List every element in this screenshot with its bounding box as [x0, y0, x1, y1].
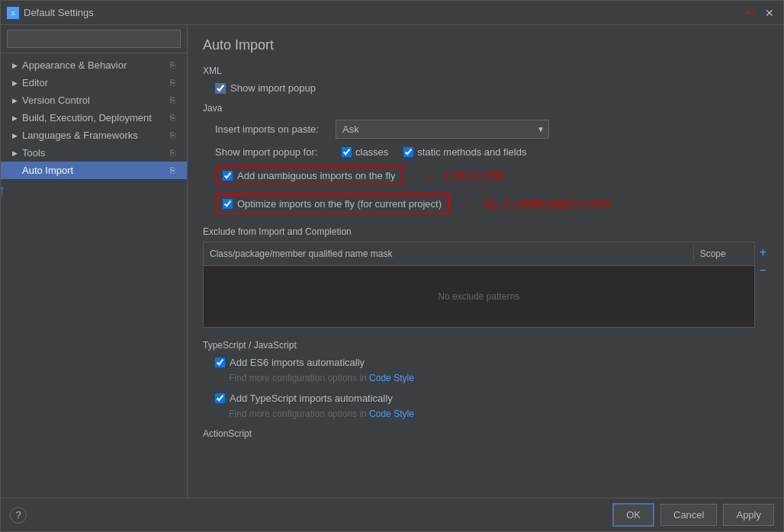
svg-text:S: S: [11, 10, 14, 17]
titlebar: S Default Settings ← ✕: [1, 1, 783, 25]
sidebar-item-label: Editor: [22, 77, 167, 88]
tree-expand-icon: ▶: [10, 96, 19, 105]
sidebar-item-editor[interactable]: ▶ Editor ⎘: [1, 74, 187, 91]
ok-button[interactable]: OK: [612, 503, 654, 527]
apply-button[interactable]: Apply: [723, 504, 774, 526]
tree-expand-icon: ▶: [10, 79, 19, 88]
copy-icon: ⎘: [170, 165, 181, 176]
add-unambiguous-row: Add unambiguous imports on the fly: [215, 165, 403, 186]
table-body: No exclude patterns: [204, 266, 754, 327]
search-input[interactable]: [7, 30, 181, 48]
section-title: Auto Import: [203, 37, 768, 53]
exclude-label: Exclude from Import and Completion: [203, 226, 768, 237]
copy-icon: ⎘: [170, 130, 181, 141]
insert-imports-row: Insert imports on paste: Ask Always Neve…: [203, 120, 768, 139]
copy-icon: ⎘: [170, 113, 181, 123]
copy-icon: ⎘: [170, 78, 181, 88]
cancel-button[interactable]: Cancel: [660, 504, 717, 526]
sidebar-tree: ▶ Appearance & Behavior ⎘ ▶ Editor ⎘ ▶ V…: [1, 53, 187, 498]
table-header: Class/package/member qualified name mask…: [204, 242, 754, 266]
typescript-label: TypeScript / JavaScript: [203, 340, 768, 351]
sidebar-item-tools[interactable]: ▶ Tools ⎘: [1, 144, 187, 162]
classes-label: classes: [355, 146, 388, 158]
es6-note: Find more configuration options in Code …: [203, 373, 768, 383]
table-wrapper: Class/package/member qualified name mask…: [203, 242, 768, 328]
annotation-text-1: 自动导入依赖: [444, 169, 503, 183]
xml-show-popup-checkbox[interactable]: [215, 83, 226, 94]
sidebar-item-label: Version Control: [22, 95, 167, 106]
show-popup-label: Show import popup for:: [215, 146, 329, 158]
select-wrapper: Ask Always Never ▼: [336, 120, 549, 139]
xml-label: XML: [203, 66, 768, 76]
tree-expand-icon: ▶: [10, 114, 19, 123]
es6-code-style-link[interactable]: Code Style: [369, 373, 414, 383]
sidebar-item-label: Languages & Frameworks: [22, 130, 167, 141]
exclude-section: Exclude from Import and Completion Class…: [203, 226, 768, 328]
es6-imports-checkbox[interactable]: [215, 357, 225, 367]
sidebar: ▶ Appearance & Behavior ⎘ ▶ Editor ⎘ ▶ V…: [1, 25, 188, 498]
classes-checkbox-item: classes: [342, 146, 388, 158]
sidebar-item-label: Appearance & Behavior: [22, 59, 167, 71]
optimize-imports-checkbox[interactable]: [223, 199, 233, 209]
tree-expand-icon: ▶: [10, 131, 19, 140]
add-unambiguous-checkbox[interactable]: [223, 171, 233, 181]
table-col-name: Class/package/member qualified name mask: [204, 245, 693, 262]
content-area: Auto Import XML Show import popup Java I…: [188, 25, 783, 498]
es6-imports-label: Add ES6 imports automatically: [230, 357, 365, 368]
typescript-imports-row: Add TypeScript imports automatically: [203, 393, 768, 404]
window-title: Default Settings: [24, 7, 736, 18]
sidebar-item-label: Auto Import: [22, 165, 167, 176]
tree-expand-icon: ▶: [10, 149, 19, 158]
sidebar-item-appearance[interactable]: ▶ Appearance & Behavior ⎘: [1, 56, 187, 74]
static-methods-checkbox[interactable]: [403, 147, 413, 157]
no-patterns-text: No exclude patterns: [438, 291, 519, 302]
optimize-imports-row: Optimize imports on the fly (for current…: [215, 194, 449, 214]
window-icon: S: [7, 7, 19, 19]
main-content: ▶ Appearance & Behavior ⎘ ▶ Editor ⎘ ▶ V…: [1, 25, 783, 498]
xml-show-popup-label: Show import popup: [230, 82, 316, 94]
add-pattern-button[interactable]: +: [758, 245, 768, 260]
arrow-indicator: ←: [744, 5, 757, 21]
es6-imports-row: Add ES6 imports automatically: [203, 357, 768, 368]
annotation-text-2: 优化导入和智能删除无关依赖: [482, 197, 611, 211]
typescript-imports-checkbox[interactable]: [215, 393, 225, 403]
table-col-scope: Scope: [693, 245, 754, 262]
close-button[interactable]: ✕: [762, 5, 777, 21]
static-methods-label: static methods and fields: [417, 146, 526, 158]
optimize-imports-label: Optimize imports on the fly (for current…: [237, 198, 442, 210]
typescript-section: TypeScript / JavaScript Add ES6 imports …: [203, 340, 768, 439]
annotation-2: ← 优化导入和智能删除无关依赖: [462, 195, 611, 213]
remove-pattern-button[interactable]: −: [758, 263, 768, 278]
checkbox-group: classes static methods and fields: [342, 146, 526, 158]
ts-code-style-link[interactable]: Code Style: [369, 409, 414, 419]
add-unambiguous-label: Add unambiguous imports on the fly: [237, 170, 395, 181]
actionscript-label: ActionScript: [203, 428, 768, 439]
table-side-actions: + −: [758, 242, 768, 328]
sidebar-item-version-control[interactable]: ▶ Version Control ⎘: [1, 91, 187, 109]
footer-left: ?: [10, 507, 27, 524]
up-arrow-indicator: ↑: [1, 181, 6, 200]
xml-show-popup-row: Show import popup: [203, 82, 768, 94]
sidebar-item-build[interactable]: ▶ Build, Execution, Deployment ⎘: [1, 109, 187, 127]
sidebar-item-auto-import[interactable]: Auto Import ⎘ ↑: [1, 162, 187, 179]
classes-checkbox[interactable]: [342, 147, 352, 157]
typescript-imports-label: Add TypeScript imports automatically: [230, 393, 393, 404]
optimize-imports-wrapper: Optimize imports on the fly (for current…: [203, 194, 768, 214]
insert-imports-label: Insert imports on paste:: [215, 123, 329, 135]
ts-note-text: Find more configuration options in: [229, 409, 369, 419]
copy-icon: ⎘: [170, 95, 181, 106]
tree-expand-icon: ▶: [10, 61, 19, 70]
settings-window: S Default Settings ← ✕ ▶ Appearance & Be…: [0, 0, 784, 532]
table-container: Class/package/member qualified name mask…: [203, 242, 755, 328]
copy-icon: ⎘: [170, 148, 181, 159]
copy-icon: ⎘: [170, 60, 181, 71]
sidebar-item-languages[interactable]: ▶ Languages & Frameworks ⎘: [1, 127, 187, 144]
show-popup-row: Show import popup for: classes static me…: [203, 146, 768, 158]
add-unambiguous-wrapper: Add unambiguous imports on the fly ← 自动导…: [203, 165, 768, 186]
help-button[interactable]: ?: [10, 507, 27, 524]
insert-imports-select[interactable]: Ask Always Never: [336, 120, 549, 139]
java-label: Java: [203, 103, 768, 114]
sidebar-item-label: Build, Execution, Deployment: [22, 112, 167, 123]
annotation-1: ← 自动导入依赖: [424, 167, 503, 184]
search-box: [1, 25, 187, 53]
